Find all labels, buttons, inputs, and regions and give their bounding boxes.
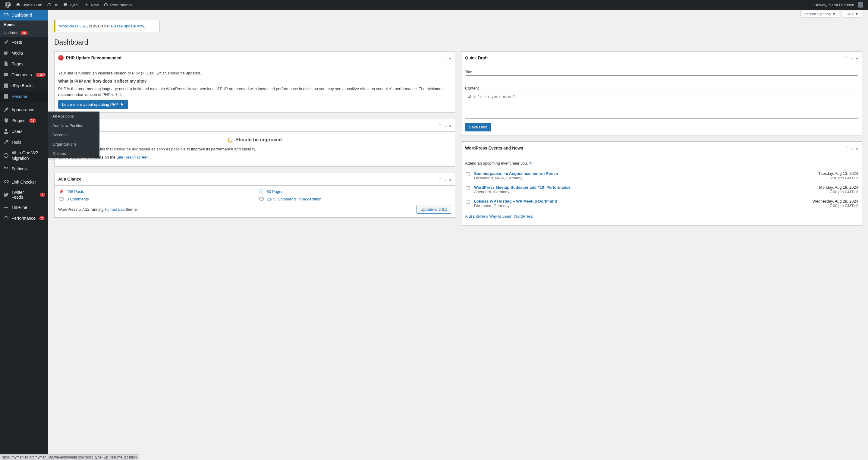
sidebar-item-twitter[interactable]: Twitter Feeds1 xyxy=(0,187,48,202)
wordpress-icon xyxy=(5,2,11,8)
flyout-options[interactable]: Options xyxy=(48,149,99,158)
brush-icon xyxy=(3,107,9,113)
event-title-link[interactable]: Lokales WP Hosting – WP Meetup Dortmund xyxy=(474,199,809,204)
comments-menu[interactable]: 2,073 xyxy=(61,0,82,10)
toggle-icon[interactable]: ▴ xyxy=(449,123,451,127)
event-item: Lokales WP Hosting – WP Meetup DortmundD… xyxy=(465,196,858,210)
comments-badge: 2,073 xyxy=(36,73,45,77)
resume-icon xyxy=(3,93,9,99)
toggle-icon[interactable]: ▴ xyxy=(449,56,451,60)
admin-sidebar: Dashboard Home Updates 30 Posts Media Pa… xyxy=(0,10,48,460)
sidebar-item-posts[interactable]: Posts xyxy=(0,37,48,48)
flyout-organizations[interactable]: Organizations xyxy=(48,140,99,149)
site-health-box: ⌃⌄▴ Should be improved Your site has cri… xyxy=(54,119,455,167)
pin-icon xyxy=(3,39,9,45)
move-down-icon[interactable]: ⌄ xyxy=(444,177,447,181)
glance-pages[interactable]: 📄80 Pages xyxy=(258,189,451,194)
help-button[interactable]: Help ▼ xyxy=(842,11,862,18)
user-icon xyxy=(3,128,9,134)
wp-logo-menu[interactable] xyxy=(2,0,13,10)
meetup-icon xyxy=(465,199,471,208)
new-content-menu[interactable]: New xyxy=(82,0,101,10)
flyout-add-new[interactable]: Add New Position xyxy=(48,121,99,130)
event-title-link[interactable]: Sommerpause: Im August machen wir Ferien xyxy=(474,171,815,176)
toggle-icon[interactable]: ▴ xyxy=(856,146,858,150)
dashboard-icon xyxy=(3,12,9,18)
sidebar-item-dflip[interactable]: dFlip Books xyxy=(0,80,48,91)
sidebar-item-settings[interactable]: Settings xyxy=(0,163,48,174)
submenu-updates[interactable]: Updates 30 xyxy=(0,29,48,37)
site-name-menu[interactable]: Hyman Lab xyxy=(13,0,44,10)
glance-moderation[interactable]: 💬2,073 Comments in moderation xyxy=(258,197,451,202)
performance-badge: 2 xyxy=(39,216,44,220)
site-health-link[interactable]: Site Health screen xyxy=(117,155,149,159)
toggle-icon[interactable]: ▴ xyxy=(856,56,858,60)
migration-icon xyxy=(3,153,9,159)
toggle-icon[interactable]: ▴ xyxy=(449,177,451,181)
sidebar-item-migration[interactable]: All-in-One WP Migration xyxy=(0,148,48,163)
gauge-icon xyxy=(104,2,108,7)
quick-draft-box: Quick Draft ⌃⌄▴ Title Content Save Draft xyxy=(461,51,862,135)
sidebar-item-comments[interactable]: Comments2,073 xyxy=(0,69,48,80)
flyout-sections[interactable]: Sections xyxy=(48,130,99,140)
sidebar-item-linkchecker[interactable]: Link Checker xyxy=(0,177,48,187)
sidebar-item-dashboard[interactable]: Dashboard xyxy=(0,10,48,21)
sidebar-item-appearance[interactable]: Appearance xyxy=(0,104,48,115)
move-down-icon[interactable]: ⌄ xyxy=(850,56,854,60)
event-title-link[interactable]: WordPress Meetup Südsauerland #10: Perfo… xyxy=(474,185,816,190)
twitter-icon xyxy=(3,192,9,198)
plugins-badge: 21 xyxy=(29,119,36,123)
resume-flyout: All Positions Add New Position Sections … xyxy=(48,112,99,158)
move-down-icon[interactable]: ⌄ xyxy=(444,56,447,60)
theme-link[interactable]: Hyman Lab xyxy=(104,207,124,212)
sidebar-item-pages[interactable]: Pages xyxy=(0,59,48,69)
updates-menu[interactable]: 30 xyxy=(44,0,60,10)
move-down-icon[interactable]: ⌄ xyxy=(850,146,854,150)
site-name: Hyman Lab xyxy=(22,3,42,7)
update-now-link[interactable]: Please update now xyxy=(111,24,144,28)
sidebar-item-plugins[interactable]: Plugins21 xyxy=(0,115,48,126)
at-a-glance-box: At a Glance ⌃⌄▴ 📌258 Posts 📄80 Pages 💬0 … xyxy=(54,173,455,218)
sidebar-item-timeline[interactable]: Timeline xyxy=(0,202,48,213)
edit-location-button[interactable]: ✎ xyxy=(529,161,532,165)
gauge-icon xyxy=(3,215,9,221)
sidebar-item-users[interactable]: Users xyxy=(0,126,48,137)
sidebar-item-tools[interactable]: Tools xyxy=(0,137,48,148)
flyout-all-positions[interactable]: All Positions xyxy=(48,112,99,121)
page-title: Dashboard xyxy=(54,38,862,47)
move-up-icon[interactable]: ⌃ xyxy=(438,56,442,60)
event-item: WordPress Meetup Südsauerland #10: Perfo… xyxy=(465,183,858,196)
chevron-down-icon: ▼ xyxy=(855,12,859,16)
event-item: Sommerpause: Im August machen wir Ferien… xyxy=(465,169,858,183)
sidebar-item-media[interactable]: Media xyxy=(0,48,48,59)
sidebar-item-resume[interactable]: Resume xyxy=(0,91,48,102)
learn-php-button[interactable]: Learn more about updating PHP xyxy=(58,100,128,109)
status-bar-url: https://hymanlab.org/hyman_lab/wp-admin/… xyxy=(0,454,139,460)
title-label: Title xyxy=(465,70,858,74)
move-up-icon[interactable]: ⌃ xyxy=(845,146,849,150)
move-up-icon[interactable]: ⌃ xyxy=(438,177,442,181)
draft-title-input[interactable] xyxy=(465,75,858,84)
my-account-menu[interactable]: Howdy, Sami Friedrich xyxy=(812,0,866,10)
plug-icon xyxy=(3,118,9,124)
page-icon xyxy=(3,61,9,67)
event-location: Düsseldorf, NRW, Germany xyxy=(474,176,815,180)
submenu-home[interactable]: Home xyxy=(0,21,48,29)
screen-options-button[interactable]: Screen Options ▼ xyxy=(801,11,839,18)
twitter-badge: 1 xyxy=(40,193,45,197)
wp-version-link[interactable]: WordPress 6.6.1 xyxy=(59,24,88,28)
move-down-icon[interactable]: ⌄ xyxy=(444,123,447,127)
draft-content-textarea[interactable] xyxy=(465,92,858,119)
event-date: Tuesday, Aug 13, 20246:30 pm GMT+2 xyxy=(818,171,858,180)
meetup-icon xyxy=(465,171,471,180)
performance-menu[interactable]: Performance xyxy=(101,0,135,10)
book-icon xyxy=(3,83,9,89)
glance-posts[interactable]: 📌258 Posts xyxy=(58,189,251,194)
save-draft-button[interactable]: Save Draft xyxy=(465,123,491,131)
move-up-icon[interactable]: ⌃ xyxy=(845,56,849,60)
glance-comments[interactable]: 💬0 Comments xyxy=(58,197,251,202)
update-wp-button[interactable]: Update to 6.6.1 xyxy=(416,205,451,214)
sidebar-item-performance[interactable]: Performance2 xyxy=(0,213,48,224)
news-link[interactable]: A Brand-New Way to Learn WordPress xyxy=(465,214,533,219)
move-up-icon[interactable]: ⌃ xyxy=(438,123,442,127)
